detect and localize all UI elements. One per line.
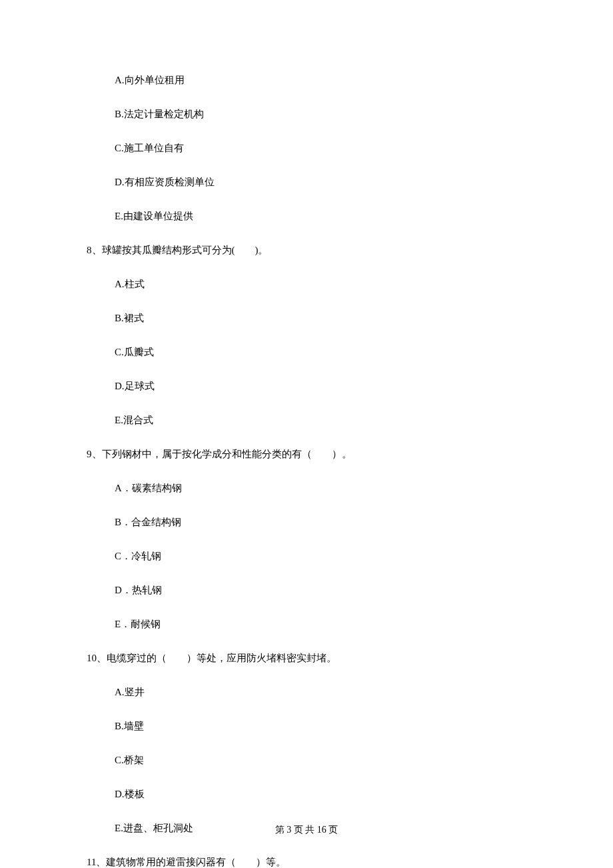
- option-10a: A.竖井: [87, 685, 526, 699]
- option-9c: C．冷轧钢: [87, 549, 526, 563]
- page-footer: 第 3 页 共 16 页: [0, 824, 613, 836]
- option-8b: B.裙式: [87, 311, 526, 325]
- question-10: 10、电缆穿过的（ ）等处，应用防火堵料密实封堵。 A.竖井 B.墙壁 C.桥架…: [87, 651, 526, 835]
- option-7d: D.有相应资质检测单位: [87, 175, 526, 189]
- option-10c: C.桥架: [87, 753, 526, 767]
- question-9-stem: 9、下列钢材中，属于按化学成分和性能分类的有（ ）。: [87, 447, 526, 461]
- option-7e: E.由建设单位提供: [87, 209, 526, 223]
- option-8a: A.柱式: [87, 277, 526, 291]
- question-11-stem: 11、建筑物常用的避雷接闪器有（ ）等。: [87, 855, 526, 868]
- option-7b: B.法定计量检定机构: [87, 107, 526, 121]
- option-8e: E.混合式: [87, 413, 526, 427]
- option-8d: D.足球式: [87, 379, 526, 393]
- option-9a: A．碳素结构钢: [87, 481, 526, 495]
- option-7a: A.向外单位租用: [87, 73, 526, 87]
- question-7-options: A.向外单位租用 B.法定计量检定机构 C.施工单位自有 D.有相应资质检测单位…: [87, 73, 526, 223]
- option-8c: C.瓜瓣式: [87, 345, 526, 359]
- option-10b: B.墙壁: [87, 719, 526, 733]
- option-10d: D.楼板: [87, 787, 526, 801]
- question-8-stem: 8、球罐按其瓜瓣结构形式可分为( )。: [87, 243, 526, 257]
- question-8: 8、球罐按其瓜瓣结构形式可分为( )。 A.柱式 B.裙式 C.瓜瓣式 D.足球…: [87, 243, 526, 427]
- option-9b: B．合金结构钢: [87, 515, 526, 529]
- question-11: 11、建筑物常用的避雷接闪器有（ ）等。 A.避雷线: [87, 855, 526, 868]
- option-9d: D．热轧钢: [87, 583, 526, 597]
- page-content: A.向外单位租用 B.法定计量检定机构 C.施工单位自有 D.有相应资质检测单位…: [0, 0, 613, 868]
- option-9e: E．耐候钢: [87, 617, 526, 631]
- question-9: 9、下列钢材中，属于按化学成分和性能分类的有（ ）。 A．碳素结构钢 B．合金结…: [87, 447, 526, 631]
- option-7c: C.施工单位自有: [87, 141, 526, 155]
- question-10-stem: 10、电缆穿过的（ ）等处，应用防火堵料密实封堵。: [87, 651, 526, 665]
